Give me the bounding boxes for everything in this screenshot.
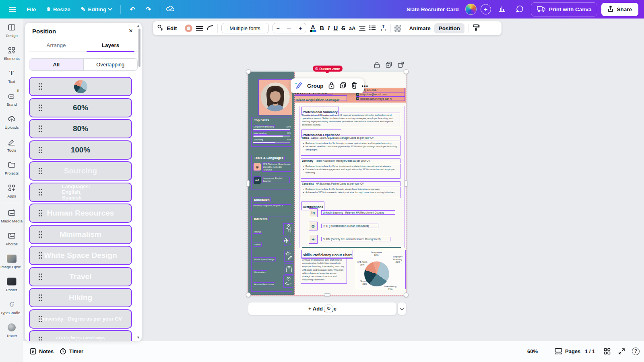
sidebar-item-photos[interactable]: Photos (0, 227, 23, 250)
design-page[interactable]: Top Skills Employer Branding 100% Interv… (248, 72, 406, 295)
cert-label[interactable]: SHRM (Society for Human Resource Managem… (322, 237, 390, 241)
drag-handle-icon[interactable] (39, 337, 40, 338)
lock-page-button[interactable] (374, 61, 380, 70)
donut-heading[interactable]: Skills Proficiency Donut Chart (302, 250, 353, 258)
top-skills-section[interactable]: Top Skills Employer Branding 100% Interv… (252, 117, 292, 146)
share-button[interactable]: Share (601, 3, 638, 16)
drag-handle-icon[interactable] (39, 252, 40, 253)
stroke-style-button[interactable] (196, 25, 203, 32)
document-title[interactable]: Slate Recruiter Card (407, 6, 459, 12)
drag-handle-icon[interactable] (39, 147, 40, 148)
drag-handle-icon[interactable] (39, 210, 40, 211)
font-size-value[interactable]: -- (287, 25, 291, 31)
grid-view-button[interactable] (604, 344, 611, 358)
pages-view-button[interactable]: Pages (555, 344, 580, 358)
lock-button[interactable] (328, 82, 335, 90)
file-button[interactable]: File (23, 4, 39, 15)
sidebar-item-brand[interactable]: co♛Brand (0, 87, 23, 110)
sidebar-item-tools[interactable]: Tools (0, 133, 23, 156)
font-size-decrease[interactable]: − (277, 25, 280, 31)
drag-handle-icon[interactable] (39, 189, 40, 190)
font-size-increase[interactable]: + (299, 25, 302, 31)
editing-mode-button[interactable]: ✎Editing (78, 4, 115, 15)
more-options-button[interactable]: ••• (362, 83, 369, 89)
scroll-up-icon[interactable]: ▲ (136, 24, 140, 28)
sidebar-item-tracer[interactable]: Tracer (0, 319, 23, 341)
drag-handle-icon[interactable] (39, 316, 40, 317)
group-button[interactable]: Group (307, 83, 324, 89)
panel-scrollbar[interactable] (138, 29, 140, 67)
line-curve-button[interactable] (206, 25, 214, 32)
job-bullets[interactable]: Reduced time-to-hire by 2x by implementi… (301, 164, 400, 178)
text-spacing-button[interactable]: T (380, 25, 387, 32)
text-color-button[interactable]: A (310, 25, 316, 32)
sidebar-item-magic-media[interactable]: Magic Media (0, 204, 23, 227)
layer-item[interactable]: University - Degree as per your CV (29, 309, 132, 329)
text-align-button[interactable] (359, 25, 365, 31)
sidebar-item-image-upscaler[interactable]: Image Upsc... (0, 250, 23, 273)
redo-button[interactable]: ↷ (142, 3, 154, 16)
resume-sidebar[interactable]: Top Skills Employer Branding 100% Interv… (248, 72, 295, 295)
add-page-button[interactable]: + Add page↻ (248, 302, 396, 315)
resize-handle-w[interactable] (247, 180, 250, 187)
tab-arrange[interactable]: Arrange (29, 41, 83, 51)
resize-handle-nw[interactable] (246, 69, 251, 74)
filter-overlapping[interactable]: Overlapping (84, 59, 138, 70)
resize-button[interactable]: ♛Resize (43, 4, 74, 15)
contact-email[interactable]: ✉maya.tran@recruit.com (356, 93, 405, 96)
sidebar-item-elements[interactable]: Elements (0, 41, 23, 64)
layer-item[interactable]: Minimalism (29, 225, 132, 244)
tools-languages-section[interactable]: Tools & Languages ◉ ATS Platforms: Green… (252, 155, 292, 189)
user-avatar[interactable] (465, 4, 477, 15)
notes-button[interactable]: Notes (30, 344, 54, 358)
layer-item[interactable]: ATS Platforms: Greenhouse, Workable, Lin… (29, 330, 132, 341)
font-family-selector[interactable]: Multiple fonts (221, 23, 269, 33)
education-section[interactable]: Education University - Degree as per you… (252, 197, 292, 211)
resume-job-title[interactable]: Talent Acquisition Manager (295, 96, 347, 101)
job-bullets[interactable]: Reduced time-to-hire by 2x through strea… (301, 187, 400, 198)
bullet-list-button[interactable] (369, 25, 376, 32)
drag-handle-icon[interactable] (39, 274, 40, 275)
help-button[interactable]: ? (632, 344, 640, 358)
timer-button[interactable]: Timer (60, 344, 83, 358)
layer-item[interactable]: Hiking (29, 288, 132, 307)
layer-item[interactable]: Travel (29, 267, 132, 286)
job-title-row[interactable]: Centralist - HR Business PartnerDates as… (301, 182, 400, 186)
layer-item[interactable]: 60% (29, 98, 132, 117)
layer-item[interactable]: 80% (29, 119, 132, 138)
sidebar-item-typegradient[interactable]: GTypeGradie... (0, 296, 23, 319)
layer-item-chart[interactable] (29, 77, 132, 96)
job-title-row[interactable]: Hares - Senior Talent Acquisition Manage… (301, 136, 400, 140)
scroll-down-icon[interactable]: ▼ (136, 335, 140, 339)
transparency-button[interactable] (394, 25, 401, 32)
drag-handle-icon[interactable] (39, 83, 40, 84)
cert-linkedin-icon[interactable]: in (309, 208, 318, 217)
resize-handle-se[interactable] (404, 292, 409, 297)
delete-button[interactable] (351, 82, 357, 90)
main-menu-button[interactable] (6, 3, 19, 15)
sidebar-item-design[interactable]: Design (0, 19, 23, 41)
sidebar-item-projects[interactable]: Projects (0, 156, 23, 179)
duplicate-page-button[interactable] (385, 61, 392, 70)
close-panel-button[interactable]: × (129, 27, 133, 35)
add-member-button[interactable]: + (481, 4, 491, 14)
fullscreen-button[interactable] (618, 344, 625, 358)
magic-edit-icon[interactable] (295, 81, 303, 91)
sidebar-item-poster[interactable]: Poster (0, 273, 23, 296)
resize-handle-sw[interactable] (246, 292, 251, 297)
undo-button[interactable]: ↶ (126, 3, 138, 16)
cert-label[interactable]: LinkedIn Learning - Relevant HR/Recruitm… (322, 211, 395, 214)
color-swatch-button[interactable] (185, 25, 192, 32)
sidebar-item-uploads[interactable]: Uploads (0, 110, 23, 133)
cert-phr-icon[interactable]: ⚙ (309, 222, 318, 230)
layer-item[interactable]: Languages: English, Spanish (29, 183, 132, 202)
print-with-canva-button[interactable]: Print with Canva (531, 2, 598, 16)
expand-page-button[interactable] (397, 61, 405, 70)
italic-button[interactable]: I (328, 25, 330, 32)
underline-button[interactable]: U (334, 25, 338, 31)
layer-item[interactable]: White Space Design (29, 246, 132, 265)
duplicate-button[interactable] (339, 82, 347, 90)
job-title-row[interactable]: Luminary - Talent Acquisition ManagerDat… (301, 159, 400, 163)
position-button[interactable]: Position (434, 23, 464, 33)
insights-button[interactable] (495, 3, 509, 16)
